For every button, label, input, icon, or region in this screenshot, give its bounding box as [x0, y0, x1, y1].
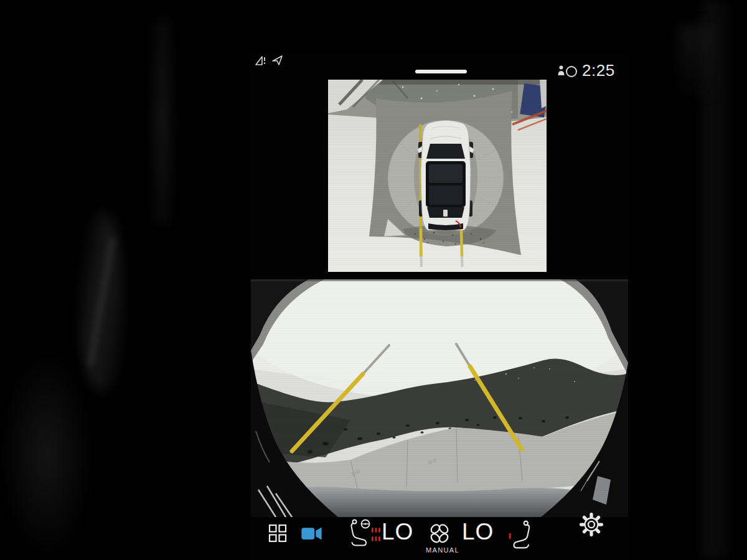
drag-handle[interactable] — [415, 70, 467, 73]
triangle-alert-icon — [254, 55, 268, 67]
camera-icon[interactable] — [301, 526, 323, 541]
settings-gear-icon[interactable] — [578, 511, 604, 538]
driver-profile-icon[interactable] — [557, 63, 580, 78]
top-view-camera[interactable] — [328, 80, 547, 272]
dashboard-left-pillar — [154, 19, 171, 224]
dashboard-left-highlight — [87, 237, 116, 367]
fan-mode-label: MANUAL — [421, 546, 464, 554]
fan-icon[interactable] — [427, 521, 452, 546]
rear-camera-view[interactable] — [251, 276, 628, 517]
heated-seat-passenger-icon[interactable] — [507, 520, 535, 549]
dashboard-left-trim — [80, 212, 123, 392]
ego-car-top-view — [417, 121, 474, 231]
app-grid-icon[interactable] — [268, 524, 287, 543]
infotainment-screen: 2:25 — [246, 53, 630, 560]
driver-temperature[interactable]: LO — [382, 520, 413, 543]
passenger-temperature[interactable]: LO — [462, 520, 494, 543]
dashboard-lower-vent — [0, 348, 93, 560]
nav-arrow-icon — [271, 54, 284, 67]
clock: 2:25 — [582, 61, 626, 80]
dashboard-top-right-trim — [679, 25, 716, 100]
heated-seat-driver-icon[interactable] — [347, 518, 383, 548]
dashboard-right-trim — [702, 0, 731, 560]
